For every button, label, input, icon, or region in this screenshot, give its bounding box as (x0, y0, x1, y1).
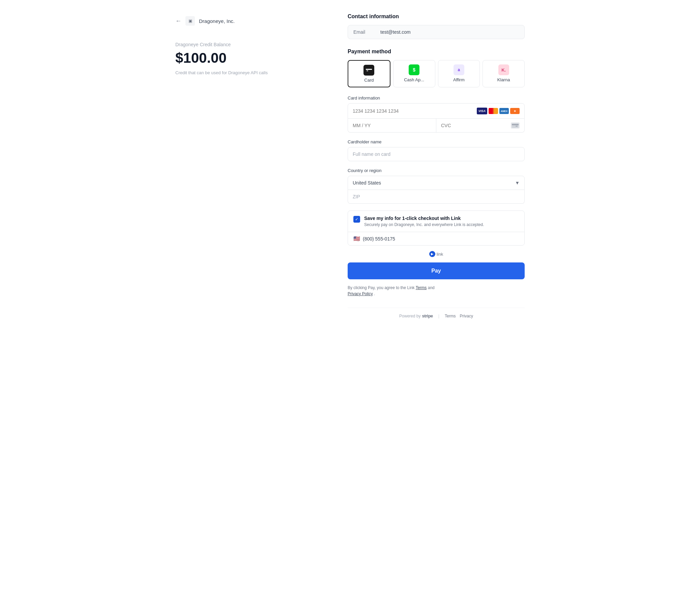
back-arrow-icon[interactable]: ← (175, 18, 181, 25)
card-info-section: Card information VISA AMEX ◉ (348, 95, 525, 133)
discover-logo: ◉ (510, 108, 520, 114)
footer: Powered by stripe | Terms Privacy (348, 308, 525, 318)
pay-button[interactable]: Pay (348, 262, 525, 279)
back-nav[interactable]: ← ▣ Dragoneye, Inc. (175, 16, 315, 26)
terms-period: . (374, 291, 375, 296)
cvc-input[interactable] (441, 119, 508, 132)
country-select[interactable]: United States ▼ (348, 176, 525, 190)
card-logos: VISA AMEX ◉ (477, 108, 520, 114)
affirm-option-label: Affirm (453, 77, 465, 82)
mastercard-logo (489, 108, 498, 114)
flag-icon: 🇺🇸 (353, 235, 360, 242)
link-save-desc: Securely pay on Dragoneye, Inc. and ever… (364, 222, 484, 227)
privacy-link[interactable]: Privacy Policy (348, 291, 373, 296)
cardholder-section: Cardholder name (348, 139, 525, 161)
company-name: Dragoneye, Inc. (199, 18, 235, 24)
stripe-logo: stripe (422, 313, 433, 318)
footer-terms-link[interactable]: Terms (445, 314, 456, 318)
svg-rect-3 (512, 123, 519, 128)
card-bottom-row (348, 119, 525, 133)
chevron-down-icon: ▼ (515, 180, 520, 186)
footer-divider: | (438, 314, 439, 318)
footer-links: Terms Privacy (445, 314, 473, 318)
balance-label: Dragoneye Credit Balance (175, 42, 315, 47)
link-save-text: Save my info for 1-click checkout with L… (364, 216, 484, 227)
cvc-icon (511, 122, 520, 129)
card-number-row: VISA AMEX ◉ (348, 103, 525, 119)
expiry-input[interactable] (348, 119, 436, 132)
powered-by: Powered by stripe (399, 313, 433, 318)
country-value: United States (353, 180, 381, 186)
payment-title: Payment method (348, 49, 525, 55)
svg-rect-5 (516, 126, 518, 126)
link-label: link (437, 252, 443, 257)
email-value: test@test.com (380, 29, 411, 35)
payment-option-klarna[interactable]: K. Klarna (483, 60, 525, 87)
svg-rect-0 (366, 68, 372, 73)
link-save-section: ✓ Save my info for 1-click checkout with… (348, 210, 525, 246)
link-save-title: Save my info for 1-click checkout with L… (364, 216, 484, 221)
payment-option-affirm[interactable]: a Affirm (438, 60, 480, 87)
balance-amount: $100.00 (175, 50, 315, 66)
payment-option-cashapp[interactable]: $ Cash Ap... (393, 60, 435, 87)
cardholder-input[interactable] (348, 147, 525, 161)
checkmark-icon[interactable]: ✓ (353, 216, 360, 223)
payment-option-card[interactable]: Card (348, 60, 390, 87)
balance-desc: Credit that can be used for Dragoneye AP… (175, 70, 315, 75)
affirm-payment-icon: a (454, 64, 464, 75)
klarna-payment-icon: K. (498, 64, 509, 75)
cashapp-option-label: Cash Ap... (404, 77, 424, 82)
terms-text-1: By clicking Pay, you agree to the Link (348, 285, 415, 290)
visa-logo: VISA (477, 108, 487, 114)
country-section: Country or region United States ▼ (348, 168, 525, 204)
card-payment-icon (363, 65, 374, 76)
contact-section: Contact information Email test@test.com (348, 13, 525, 39)
phone-input[interactable] (363, 236, 519, 242)
card-option-label: Card (364, 78, 374, 83)
link-circle-icon: ▶ (429, 251, 435, 257)
payment-method-section: Payment method Card $ Cas (348, 49, 525, 297)
terms-text: By clicking Pay, you agree to the Link T… (348, 285, 525, 297)
company-icon: ▣ (185, 16, 195, 26)
card-info-label: Card information (348, 95, 525, 101)
payment-options: Card $ Cash Ap... a Affirm K. Klarna (348, 60, 525, 87)
email-label: Email (353, 29, 380, 35)
country-label: Country or region (348, 168, 525, 173)
footer-privacy-link[interactable]: Privacy (460, 314, 473, 318)
email-field: Email test@test.com (348, 25, 525, 39)
zip-input[interactable] (348, 190, 525, 204)
link-branding: ▶ link (348, 251, 525, 257)
svg-rect-4 (512, 124, 519, 125)
right-panel: Contact information Email test@test.com … (331, 0, 535, 591)
svg-rect-1 (366, 69, 372, 70)
svg-rect-2 (367, 71, 368, 71)
terms-link[interactable]: Terms (416, 285, 427, 290)
left-panel: ← ▣ Dragoneye, Inc. Dragoneye Credit Bal… (165, 0, 331, 591)
cardholder-label: Cardholder name (348, 139, 525, 144)
powered-by-text: Powered by (399, 314, 420, 318)
contact-title: Contact information (348, 13, 525, 20)
link-phone-row: 🇺🇸 (348, 232, 524, 245)
cvc-field-wrapper (436, 119, 524, 132)
cashapp-payment-icon: $ (409, 64, 419, 75)
klarna-option-label: Klarna (497, 77, 510, 82)
amex-logo: AMEX (499, 108, 509, 114)
card-number-input[interactable] (353, 108, 477, 114)
terms-text-2: and (428, 285, 435, 290)
link-save-top: ✓ Save my info for 1-click checkout with… (348, 211, 524, 232)
